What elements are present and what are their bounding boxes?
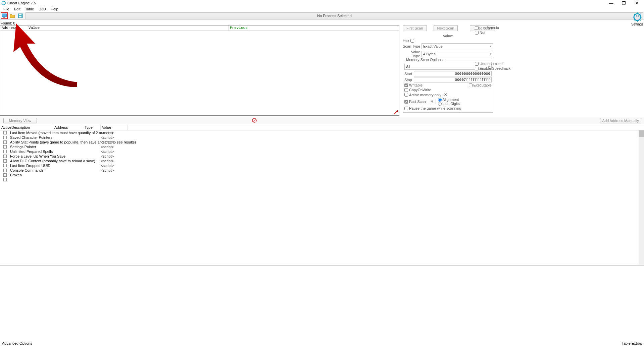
table-row[interactable]: Broken xyxy=(0,173,644,177)
alignment-radio[interactable] xyxy=(438,98,442,102)
row-active-checkbox[interactable] xyxy=(3,173,7,177)
close-button[interactable]: ✕ xyxy=(633,1,640,6)
col-value[interactable]: Value xyxy=(101,125,128,130)
unrandomizer-checkbox[interactable] xyxy=(475,62,479,66)
row-description: Console Commands xyxy=(10,168,101,172)
row-active-checkbox[interactable] xyxy=(3,136,7,139)
clear-list-button[interactable] xyxy=(252,118,257,124)
process-indicator[interactable]: No Process Selected xyxy=(26,12,643,19)
active-memory-checkbox[interactable] xyxy=(404,93,408,97)
value-type-label: Value Type xyxy=(403,50,420,58)
executable-checkbox[interactable] xyxy=(469,83,473,87)
row-active-checkbox[interactable] xyxy=(3,169,7,172)
table-row[interactable]: Last Item Moved (moved item must have qu… xyxy=(0,130,644,135)
svg-line-12 xyxy=(640,19,641,20)
memory-view-button[interactable]: Memory View xyxy=(3,118,37,123)
scan-type-dropdown[interactable]: Exact Value xyxy=(422,43,493,49)
results-col-address[interactable]: Address xyxy=(0,25,27,31)
row-active-checkbox[interactable] xyxy=(3,164,7,167)
row-description: Settings Pointer xyxy=(10,145,101,149)
stop-address-input[interactable] xyxy=(414,77,492,82)
svg-rect-5 xyxy=(19,16,21,17)
save-button[interactable] xyxy=(17,12,24,19)
svg-line-14 xyxy=(640,14,641,15)
row-description: Saved Character Pointers xyxy=(10,135,101,139)
start-address-input[interactable] xyxy=(414,71,492,76)
svg-rect-2 xyxy=(3,17,5,18)
svg-point-0 xyxy=(2,1,6,5)
menu-edit[interactable]: Edit xyxy=(12,7,22,11)
next-scan-button[interactable]: Next Scan xyxy=(434,25,458,31)
statusbar: Advanced Options Table Extras xyxy=(0,340,644,346)
svg-line-13 xyxy=(634,19,635,20)
scrollbar-thumb[interactable] xyxy=(639,130,644,137)
table-row-empty[interactable] xyxy=(0,177,644,182)
menu-table[interactable]: Table xyxy=(23,7,36,11)
pause-game-label: Pause the game while scanning xyxy=(409,106,461,110)
unrandomizer-label: Unrandomizer xyxy=(480,62,503,66)
hex-checkbox[interactable] xyxy=(410,39,414,43)
row-active-checkbox[interactable] xyxy=(3,140,7,144)
scan-side-options-2: Unrandomizer Enable Speedhack xyxy=(475,61,515,71)
settings-shortcut[interactable]: Settings xyxy=(631,12,644,26)
row-active-checkbox[interactable] xyxy=(3,131,7,134)
table-row[interactable]: Settings Pointer<script> xyxy=(0,145,644,149)
fast-scan-value-input[interactable] xyxy=(428,99,436,104)
lua-formula-label: Lua formula xyxy=(480,26,499,30)
results-col-previous[interactable]: Previous xyxy=(229,25,249,31)
open-button[interactable] xyxy=(9,12,16,19)
copyonwrite-label: CopyOnWrite xyxy=(409,88,431,92)
menu-d3d[interactable]: D3D xyxy=(37,7,48,11)
add-address-manually-button[interactable]: Add Address Manually xyxy=(600,118,641,123)
vertical-scrollbar[interactable] xyxy=(639,130,644,265)
row-active-checkbox[interactable] xyxy=(3,145,7,149)
table-row[interactable]: Console Commands<script> xyxy=(0,168,644,173)
svg-point-16 xyxy=(638,15,639,16)
table-row[interactable]: Allow DLC Content (probably have to relo… xyxy=(0,159,644,163)
value-type-dropdown[interactable]: 4 Bytes xyxy=(422,51,493,57)
pause-game-checkbox[interactable] xyxy=(404,107,408,110)
cheat-table-header: Active Description Address Type Value xyxy=(0,125,644,130)
table-row[interactable]: Ability Stat Points (save game to popula… xyxy=(0,140,644,145)
col-type[interactable]: Type xyxy=(83,125,101,130)
table-row[interactable]: Last Item Dropped UUID<script> xyxy=(0,163,644,168)
first-scan-button[interactable]: First Scan xyxy=(403,25,427,31)
row-value: <script> xyxy=(101,159,114,163)
results-col-value[interactable]: Value xyxy=(27,25,229,31)
lua-formula-checkbox[interactable] xyxy=(475,26,479,30)
floppy-disk-icon xyxy=(18,13,23,18)
table-row[interactable]: Force a Level Up When You Save<script> xyxy=(0,154,644,159)
fast-scan-checkbox[interactable] xyxy=(404,100,408,104)
cheat-table[interactable]: Active Description Address Type Value La… xyxy=(0,125,644,266)
hex-label: Hex xyxy=(403,39,409,43)
row-active-checkbox[interactable] xyxy=(3,150,7,153)
menu-help[interactable]: Help xyxy=(49,7,60,11)
col-active[interactable]: Active xyxy=(0,125,10,130)
last-digits-radio[interactable] xyxy=(438,102,442,106)
advanced-options-button[interactable]: Advanced Options xyxy=(2,341,32,345)
clear-region-button[interactable]: ✕ xyxy=(444,93,447,97)
minimize-button[interactable]: — xyxy=(608,1,614,6)
col-address[interactable]: Address xyxy=(53,125,83,130)
resize-grip-icon[interactable] xyxy=(394,110,398,115)
table-row[interactable]: Unlimited Prepared Spells<script> xyxy=(0,149,644,154)
menu-file[interactable]: File xyxy=(1,7,11,11)
maximize-button[interactable]: ❐ xyxy=(621,1,627,6)
select-process-button[interactable] xyxy=(1,12,8,19)
scan-results-list[interactable]: Address Value Previous xyxy=(0,25,399,116)
enable-speedhack-checkbox[interactable] xyxy=(475,67,479,70)
row-active-checkbox[interactable] xyxy=(3,155,7,158)
no-entry-icon xyxy=(252,118,257,123)
table-row[interactable]: Saved Character Pointers<script> xyxy=(0,135,644,140)
row-value: <script> xyxy=(101,140,114,144)
table-extras-button[interactable]: Table Extras xyxy=(622,341,642,345)
col-description[interactable]: Description xyxy=(10,125,53,130)
writable-label: Writable xyxy=(409,83,423,87)
writable-checkbox[interactable] xyxy=(404,83,408,87)
not-checkbox[interactable] xyxy=(475,31,479,35)
titlebar: Cheat Engine 7.5 — ❐ ✕ xyxy=(0,0,644,6)
row-active-checkbox[interactable] xyxy=(3,178,7,181)
copyonwrite-checkbox[interactable] xyxy=(404,88,408,92)
row-active-checkbox[interactable] xyxy=(3,159,7,163)
row-description: Last Item Dropped UUID xyxy=(10,164,101,168)
